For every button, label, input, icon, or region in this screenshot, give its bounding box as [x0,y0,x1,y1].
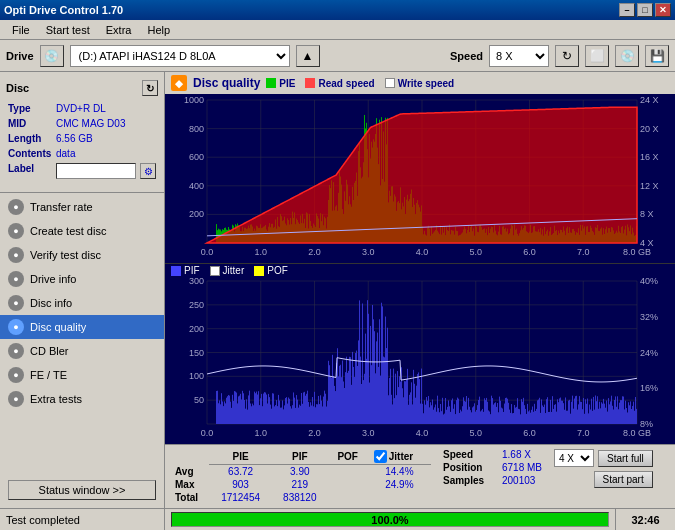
stats-right: Speed 1.68 X Position 6718 MB Samples 20… [443,449,542,486]
progress-panel: 100.0% [165,509,615,530]
content-area: ◆ Disc quality PIE Read speed Write spee… [165,72,675,508]
position-stat: Position 6718 MB [443,462,542,473]
pof-avg [328,465,368,479]
sidebar-item-label: Drive info [30,273,76,285]
minimize-button[interactable]: – [619,3,635,17]
status-text: Test completed [6,514,80,526]
speed-stat-label: Speed [443,449,498,460]
drive-label: Drive [6,50,34,62]
speed-apply-button[interactable]: ↻ [555,45,579,67]
lower-chart [165,277,675,444]
sidebar-item-label: Extra tests [30,393,82,405]
drive-icon-button[interactable]: 💿 [40,45,64,67]
verify-test-disc-icon: ● [8,247,24,263]
time-panel: 32:46 [615,509,675,530]
contents-key: Contents [8,147,54,160]
samples-stat-label: Samples [443,475,498,486]
drive-bar: Drive 💿 (D:) ATAPI iHAS124 D 8L0A ▲ Spee… [0,40,675,72]
max-row-label: Max [171,478,209,491]
sidebar-item-disc-quality[interactable]: ● Disc quality [0,315,164,339]
avg-row-label: Avg [171,465,209,479]
mid-key: MID [8,117,54,130]
sidebar-item-label: Disc info [30,297,72,309]
start-full-button[interactable]: Start full [598,450,653,467]
sidebar-item-label: Verify test disc [30,249,101,261]
disc-info-panel: Disc ↻ Type DVD+R DL MID CMC MAG D03 Len… [0,76,164,186]
legend-pif: PIF [171,265,200,276]
menu-file[interactable]: File [4,22,38,38]
pof-col-header: POF [328,449,368,465]
speed-select[interactable]: 8 X [489,45,549,67]
disc-section-title: Disc ↻ [6,80,158,96]
label-input[interactable] [56,163,136,179]
pif-total: 838120 [272,491,328,504]
samples-stat-value: 200103 [502,475,535,486]
pie-total: 1712454 [209,491,272,504]
sidebar-item-label: CD Bler [30,345,69,357]
status-window-button[interactable]: Status window >> [8,480,156,500]
jitter-total [368,491,431,504]
start-part-button[interactable]: Start part [594,471,653,488]
pie-col-header: PIE [209,449,272,465]
mid-val: CMC MAG D03 [56,117,156,130]
transfer-rate-icon: ● [8,199,24,215]
total-row-label: Total [171,491,209,504]
length-key: Length [8,132,54,145]
label-browse-icon[interactable]: ⚙ [140,163,156,179]
upper-chart-container [165,94,675,264]
sidebar-item-label: FE / TE [30,369,67,381]
sidebar-item-verify-test-disc[interactable]: ● Verify test disc [0,243,164,267]
speed-label: Speed [450,50,483,62]
main-layout: Disc ↻ Type DVD+R DL MID CMC MAG D03 Len… [0,72,675,508]
erase-button[interactable]: ⬜ [585,45,609,67]
label-key: Label [8,162,54,180]
menu-bar: File Start test Extra Help [0,20,675,40]
disc-quality-header-icon: ◆ [171,75,187,91]
sidebar-item-extra-tests[interactable]: ● Extra tests [0,387,164,411]
upper-chart [165,94,675,263]
jitter-col-header: Jitter [368,449,431,465]
sidebar-item-fe-te[interactable]: ● FE / TE [0,363,164,387]
disc-info-table: Type DVD+R DL MID CMC MAG D03 Length 6.5… [6,100,158,182]
sidebar-item-transfer-rate[interactable]: ● Transfer rate [0,195,164,219]
length-val: 6.56 GB [56,132,156,145]
speed-dropdown-row: 4 X Start full [554,449,653,467]
legend-pof: POF [254,265,288,276]
sidebar-item-label: Create test disc [30,225,106,237]
stats-table: PIE PIF POF Jitter Avg 63.72 3.90 [171,449,431,504]
legend-write-speed: Write speed [385,78,455,89]
type-val: DVD+R DL [56,102,156,115]
sidebar-item-create-test-disc[interactable]: ● Create test disc [0,219,164,243]
sidebar-item-cd-bler[interactable]: ● CD Bler [0,339,164,363]
drive-select[interactable]: (D:) ATAPI iHAS124 D 8L0A [70,45,290,67]
disc-info-refresh-icon[interactable]: ↻ [142,80,158,96]
close-button[interactable]: ✕ [655,3,671,17]
disc-button[interactable]: 💿 [615,45,639,67]
fe-te-icon: ● [8,367,24,383]
position-stat-label: Position [443,462,498,473]
menu-help[interactable]: Help [139,22,178,38]
save-button[interactable]: 💾 [645,45,669,67]
sidebar-item-label: Disc quality [30,321,86,333]
status-bar: Test completed 100.0% 32:46 [0,508,675,530]
drive-refresh-button[interactable]: ▲ [296,45,320,67]
samples-stat: Samples 200103 [443,475,542,486]
test-speed-select[interactable]: 4 X [554,449,594,467]
legend-upper: PIE Read speed Write speed [266,78,454,89]
maximize-button[interactable]: □ [637,3,653,17]
drive-info-icon: ● [8,271,24,287]
extra-tests-icon: ● [8,391,24,407]
contents-val: data [56,147,156,160]
menu-extra[interactable]: Extra [98,22,140,38]
pof-max [328,478,368,491]
jitter-avg: 14.4% [368,465,431,479]
jitter-checkbox[interactable] [374,450,387,463]
menu-start-test[interactable]: Start test [38,22,98,38]
jitter-max: 24.9% [368,478,431,491]
sidebar-item-disc-info[interactable]: ● Disc info [0,291,164,315]
sidebar-divider-1 [0,192,164,193]
start-buttons-area: 4 X Start full Start part [554,449,653,488]
content-title: Disc quality [193,76,260,90]
sidebar-item-drive-info[interactable]: ● Drive info [0,267,164,291]
position-stat-value: 6718 MB [502,462,542,473]
